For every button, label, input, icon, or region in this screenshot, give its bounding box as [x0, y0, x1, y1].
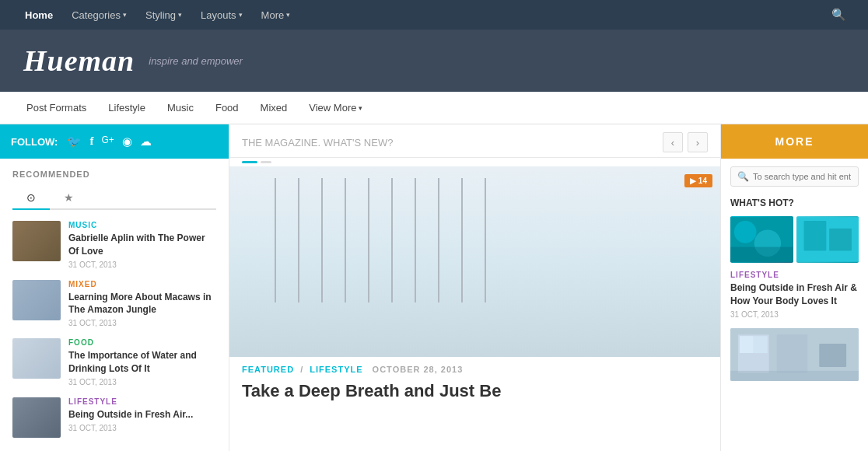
nav-categories[interactable]: Categories ▾ [62, 0, 136, 30]
sec-nav-food[interactable]: Food [205, 92, 250, 124]
rec-title[interactable]: The Importance of Water and Drinking Lot… [68, 349, 216, 376]
tab-recent[interactable]: ⊙ [12, 187, 50, 210]
secondary-navigation: Post Formats Lifestyle Music Food Mixed … [0, 92, 868, 124]
hot-image-svg [730, 216, 793, 263]
sec-nav-view-more[interactable]: View More ▾ [298, 92, 373, 124]
main-content: THE MAGAZINE. WHAT'S NEW? ‹ › [229, 124, 720, 451]
svg-rect-45 [273, 306, 382, 316]
prev-button[interactable]: ‹ [663, 132, 683, 152]
svg-rect-47 [553, 306, 670, 316]
svg-rect-26 [597, 232, 607, 239]
svg-rect-5 [287, 176, 306, 220]
svg-rect-33 [436, 283, 592, 292]
svg-rect-50 [343, 309, 366, 324]
svg-rect-35 [467, 275, 485, 285]
site-logo[interactable]: Hueman [23, 44, 135, 78]
list-item: LIFESTYLE Being Outside in Fresh Air... … [12, 397, 216, 438]
top-navigation: Home Categories ▾ Styling ▾ Layouts ▾ Mo… [0, 0, 868, 30]
recommended-section: RECOMMENDED ⊙ ★ MUSIC Gabrielle Aplin wi… [0, 159, 229, 451]
rec-thumbnail [12, 397, 61, 438]
svg-point-56 [366, 326, 584, 357]
recommended-tabs: ⊙ ★ [12, 187, 216, 210]
room-image [229, 166, 720, 357]
main-layout: FOLLOW: 🐦 f G+ ◉ ☁ RECOMMENDED ⊙ ★ MUSIC [0, 124, 868, 451]
svg-rect-42 [514, 292, 531, 302]
rec-date: 31 OCT, 2013 [68, 319, 216, 327]
chevron-down-icon: ▾ [239, 11, 243, 19]
magazine-navigation: ‹ › [663, 132, 708, 152]
svg-rect-62 [803, 221, 826, 250]
svg-point-28 [325, 170, 330, 175]
nav-home[interactable]: Home [16, 0, 62, 30]
sec-nav-post-formats[interactable]: Post Formats [16, 92, 97, 124]
facebook-icon[interactable]: f [89, 135, 93, 149]
image-badge: ▶ 14 [684, 174, 712, 187]
svg-point-58 [734, 221, 757, 243]
svg-rect-24 [576, 198, 627, 232]
svg-rect-13 [321, 222, 341, 266]
chevron-down-icon: ▾ [123, 11, 127, 19]
svg-rect-34 [444, 275, 461, 285]
svg-rect-44 [273, 310, 382, 337]
next-button[interactable]: › [688, 132, 708, 152]
svg-rect-11 [321, 176, 341, 220]
right-sidebar-content: 🔍 WHAT'S HOT? [721, 159, 868, 392]
svg-rect-39 [444, 292, 461, 302]
hot-images [730, 216, 859, 263]
article-title[interactable]: Take a Deep Breath and Just Be [229, 380, 720, 412]
hot-image-1[interactable] [730, 216, 793, 263]
category-featured[interactable]: FEATURED [242, 365, 294, 374]
sec-nav-mixed[interactable]: Mixed [250, 92, 299, 124]
hot-article-title[interactable]: Being Outside in Fresh Air & How Your Bo… [730, 281, 859, 308]
site-header: Hueman inspire and empower [0, 30, 868, 92]
svg-point-32 [636, 170, 641, 175]
rec-title[interactable]: Gabrielle Aplin with The Power Of Love [68, 232, 216, 258]
chevron-down-icon: ▾ [359, 104, 362, 112]
list-item: MUSIC Gabrielle Aplin with The Power Of … [12, 221, 216, 269]
rec-title[interactable]: Being Outside in Fresh Air... [68, 408, 193, 421]
hot-image-bottom[interactable] [730, 328, 859, 381]
svg-rect-14 [341, 222, 361, 266]
svg-rect-49 [312, 309, 327, 323]
nav-more[interactable]: More ▾ [252, 0, 300, 30]
sec-nav-lifestyle[interactable]: Lifestyle [97, 92, 156, 124]
rec-category-label: FOOD [68, 338, 216, 347]
svg-rect-3 [265, 174, 308, 267]
follow-bar: FOLLOW: 🐦 f G+ ◉ ☁ [0, 124, 229, 159]
search-box[interactable]: 🔍 [730, 166, 859, 187]
hot-image-2[interactable] [796, 216, 859, 263]
nav-styling[interactable]: Styling ▾ [136, 0, 191, 30]
twitter-icon[interactable]: 🐦 [67, 135, 82, 149]
svg-point-29 [403, 170, 408, 175]
separator: / [300, 365, 303, 374]
tab-popular[interactable]: ★ [50, 187, 88, 210]
nav-layouts[interactable]: Layouts ▾ [191, 0, 252, 30]
rec-title[interactable]: Learning More About Macaws in The Amazon… [68, 291, 216, 317]
svg-rect-10 [320, 174, 362, 267]
category-lifestyle[interactable]: LIFESTYLE [310, 365, 362, 374]
follow-label: FOLLOW: [11, 136, 58, 148]
svg-rect-20 [376, 222, 395, 266]
rss-icon[interactable]: ☁ [140, 135, 152, 149]
article-categories: FEATURED / LIFESTYLE OCTOBER 28, 2013 [242, 365, 708, 374]
dribbble-icon[interactable]: ◉ [122, 135, 132, 149]
hot-image-svg-2 [796, 216, 859, 263]
magazine-subtitle: WHAT'S NEW? [324, 137, 394, 149]
svg-rect-1 [250, 299, 701, 357]
magazine-header: THE MAGAZINE. WHAT'S NEW? ‹ › [229, 124, 720, 158]
google-plus-icon[interactable]: G+ [101, 135, 114, 149]
rec-item-content: MIXED Learning More About Macaws in The … [68, 280, 216, 328]
svg-rect-21 [396, 222, 415, 266]
search-icon: 🔍 [737, 171, 749, 182]
svg-point-30 [481, 170, 485, 175]
search-input[interactable] [753, 172, 852, 181]
article-date: OCTOBER 28, 2013 [373, 365, 464, 374]
rec-thumbnail [12, 280, 61, 320]
chevron-down-icon: ▾ [178, 11, 182, 19]
search-icon[interactable]: 🔍 [825, 0, 852, 30]
article-meta: FEATURED / LIFESTYLE OCTOBER 28, 2013 [229, 357, 720, 380]
sec-nav-music[interactable]: Music [156, 92, 205, 124]
featured-image: ▶ 14 [229, 166, 720, 357]
recommended-label: RECOMMENDED [12, 170, 216, 179]
rec-category-label: MUSIC [68, 221, 216, 229]
